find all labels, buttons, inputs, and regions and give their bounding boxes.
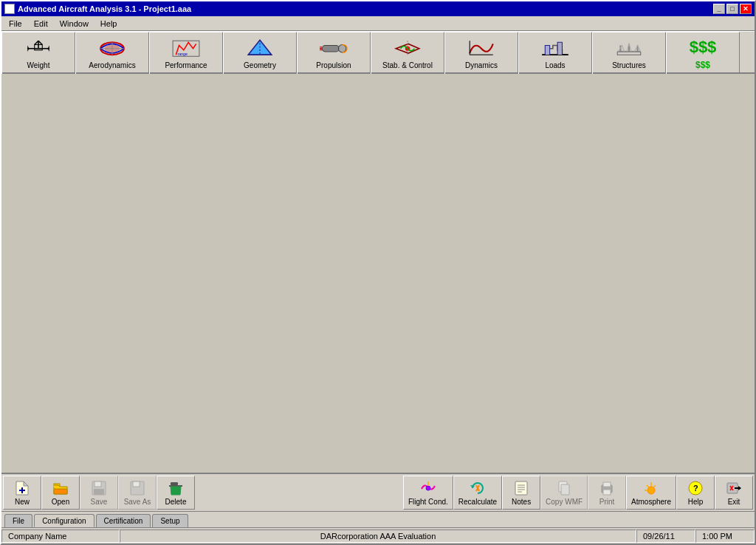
title-bar-left: ✈ Advanced Aircraft Analysis 3.1 - Proje…	[4, 4, 191, 14]
toolbar-dynamics-button[interactable]: Dynamics	[444, 32, 518, 74]
save-as-svg	[129, 480, 145, 496]
flight-cond-svg	[420, 480, 436, 496]
menu-window[interactable]: Window	[54, 18, 94, 30]
corporation-cell: DARcorporation AAA Evaluation	[120, 529, 636, 543]
prop-label: Propulsion	[316, 61, 351, 69]
prop-icon	[319, 38, 348, 60]
notes-icon	[513, 480, 529, 496]
save-as-button[interactable]: Save As	[118, 476, 157, 510]
maximize-button[interactable]: □	[726, 4, 738, 14]
aero-svg	[97, 38, 127, 59]
tab-configuration[interactable]: Configuration	[34, 514, 94, 527]
svg-marker-3	[48, 45, 49, 51]
weight-label: Weight	[27, 61, 50, 69]
weight-icon	[24, 38, 53, 60]
aero-icon	[97, 38, 127, 60]
toolbar-aerodynamics-button[interactable]: Aerodynamics	[75, 32, 149, 74]
date-text: 09/26/11	[643, 532, 675, 541]
svg-text:range: range	[177, 52, 188, 56]
struct-svg	[614, 38, 644, 59]
tab-bar: File Configuration Certification Setup	[1, 511, 755, 527]
save-button[interactable]: Save	[80, 476, 118, 510]
exit-icon	[726, 480, 742, 496]
copy-wmf-label: Copy WMF	[546, 498, 583, 506]
menu-edit[interactable]: Edit	[28, 18, 54, 30]
svg-marker-62	[738, 486, 741, 490]
toolbar-propulsion-button[interactable]: Propulsion	[297, 32, 371, 74]
toolbar-weight-button[interactable]: Weight	[1, 32, 75, 74]
minimize-button[interactable]: _	[713, 4, 725, 14]
new-svg	[14, 480, 30, 496]
open-label: Open	[52, 498, 69, 506]
open-button[interactable]: Open	[41, 476, 80, 510]
aero-label: Aerodynamics	[89, 61, 135, 69]
geo-svg	[245, 38, 275, 59]
struct-icon	[614, 38, 644, 60]
svg-text:?: ?	[693, 484, 698, 493]
copy-wmf-svg	[556, 480, 572, 496]
dyn-label: Dynamics	[465, 61, 498, 69]
title-bar: ✈ Advanced Aircraft Analysis 3.1 - Proje…	[1, 1, 755, 16]
copy-wmf-button[interactable]: Copy WMF	[540, 476, 588, 510]
work-area	[1, 74, 755, 473]
corporation-text: DARcorporation AAA Evaluation	[320, 532, 436, 541]
save-as-label: Save As	[124, 498, 151, 506]
stab-icon	[393, 38, 422, 60]
bottom-toolbar: New Open Save	[1, 473, 755, 511]
toolbar-loads-button[interactable]: Loads	[518, 32, 592, 74]
loads-icon	[540, 38, 570, 60]
cost-label: $$$	[695, 60, 710, 70]
exit-button[interactable]: Exit	[715, 476, 753, 510]
open-icon	[52, 480, 69, 496]
notes-label: Notes	[512, 498, 531, 506]
loads-label: Loads	[545, 61, 565, 69]
delete-svg	[168, 480, 184, 496]
toolbar-structures-button[interactable]: Structures	[592, 32, 666, 74]
toolbar-stab-control-button[interactable]: Stab. & Control	[371, 32, 444, 74]
menu-help[interactable]: Help	[94, 18, 123, 30]
tab-file[interactable]: File	[4, 514, 32, 527]
recalculate-button[interactable]: Recalculate	[453, 476, 502, 510]
company-label: Company Name	[8, 532, 66, 541]
print-label: Print	[599, 498, 615, 506]
date-cell: 09/26/11	[636, 529, 695, 543]
exit-svg	[726, 480, 742, 496]
notes-button[interactable]: Notes	[502, 476, 540, 510]
recalc-svg	[470, 480, 486, 496]
close-button[interactable]: ✕	[740, 4, 752, 14]
menu-file[interactable]: File	[3, 18, 28, 30]
tab-certification[interactable]: Certification	[96, 514, 151, 527]
new-label: New	[15, 498, 30, 506]
atmosphere-icon	[643, 480, 659, 496]
svg-point-44	[426, 486, 430, 490]
app-window: ✈ Advanced Aircraft Analysis 3.1 - Proje…	[0, 0, 756, 545]
top-toolbar: Weight Aerodynamics	[1, 31, 755, 74]
app-icon: ✈	[4, 4, 15, 14]
new-button[interactable]: New	[3, 476, 41, 510]
svg-rect-42	[171, 482, 178, 485]
perf-label: Performance	[165, 61, 207, 69]
help-button[interactable]: ? Help	[676, 476, 715, 510]
dyn-svg	[467, 38, 496, 59]
open-svg	[52, 480, 69, 496]
delete-icon	[168, 480, 184, 496]
new-icon	[14, 480, 30, 496]
flight-cond-button[interactable]: Flight Cond.	[403, 476, 453, 510]
save-icon	[91, 480, 107, 496]
title-text: Advanced Aircraft Analysis 3.1 - Project…	[18, 4, 191, 13]
cost-icon: $$$	[688, 36, 718, 58]
weight-svg	[24, 38, 53, 59]
delete-label: Delete	[165, 498, 187, 506]
print-button[interactable]: Print	[588, 476, 626, 510]
delete-button[interactable]: Delete	[157, 476, 195, 510]
toolbar-performance-button[interactable]: range Performance	[149, 32, 223, 74]
status-bar: Company Name DARcorporation AAA Evaluati…	[1, 527, 755, 544]
stab-label: Stab. & Control	[382, 61, 433, 69]
stab-svg	[393, 38, 422, 59]
print-icon	[599, 480, 615, 496]
tab-setup[interactable]: Setup	[152, 514, 188, 527]
toolbar-cost-button[interactable]: $$$ $$$	[666, 32, 740, 74]
toolbar-geometry-button[interactable]: Geometry	[223, 32, 297, 74]
loads-svg	[540, 38, 570, 59]
atmosphere-button[interactable]: Atmosphere	[626, 476, 676, 510]
